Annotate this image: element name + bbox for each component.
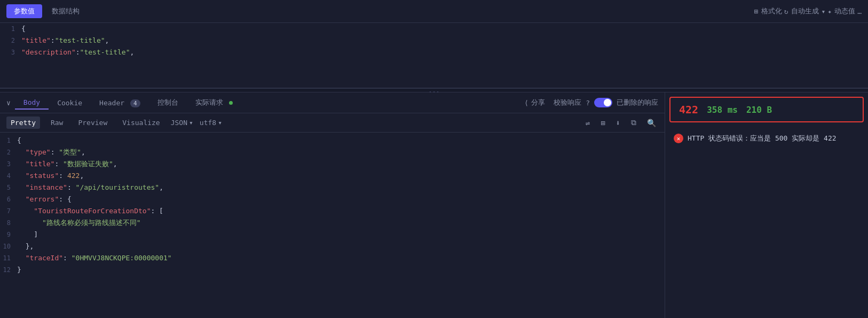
status-box: 422 358 ms 210 B bbox=[669, 97, 864, 122]
request-code-area: 1 { 2 "title":"test-title", 3 "descripti… bbox=[0, 23, 868, 88]
resp-line-7: 7 "TouristRouteForCreationDto": [ bbox=[0, 205, 665, 217]
tab-header[interactable]: Header 4 bbox=[91, 97, 148, 109]
resp-toolbar: Pretty Raw Preview Visualize JSON ▾ utf8… bbox=[0, 113, 665, 133]
resp-line-5: 5 "instance": "/api/touristroutes", bbox=[0, 182, 665, 193]
validate-section: 校验响应 ? 已删除的响应 bbox=[554, 98, 658, 107]
save-icon: ⬇ bbox=[616, 119, 620, 127]
search-btn[interactable]: 🔍 bbox=[645, 118, 658, 128]
req-line-2: 2 "title":"test-title", bbox=[4, 35, 868, 46]
response-body-panel: ∨ Body Cookie Header 4 控制台 实际请求 ⟨ 分享 校验响… bbox=[0, 92, 665, 318]
response-size: 210 B bbox=[746, 105, 772, 115]
more-options-btn[interactable]: … bbox=[857, 7, 862, 15]
expand-icon: ⊞ bbox=[601, 119, 605, 127]
wrap-icon: ⇌ bbox=[586, 119, 590, 127]
copy-icon: ⧉ bbox=[631, 118, 636, 127]
tab-console[interactable]: 控制台 bbox=[149, 96, 187, 110]
view-preview[interactable]: Preview bbox=[74, 117, 112, 129]
panel-divider[interactable]: ... bbox=[0, 88, 868, 92]
resp-line-2: 2 "type": "类型", bbox=[0, 146, 665, 158]
share-btn[interactable]: ⟨ 分享 bbox=[524, 98, 545, 107]
error-icon: ✕ bbox=[674, 134, 683, 143]
validation-message: ✕ HTTP 状态码错误：应当是 500 实际却是 422 bbox=[665, 127, 868, 150]
expand-btn[interactable]: ⊞ bbox=[598, 118, 607, 128]
dropdown-arrow-icon[interactable]: ∨ bbox=[6, 99, 11, 107]
validation-text: HTTP 状态码错误：应当是 500 实际却是 422 bbox=[688, 133, 837, 144]
tab-body[interactable]: Body bbox=[15, 96, 49, 110]
resp-line-10: 10 }, bbox=[0, 241, 665, 252]
response-panel: ∨ Body Cookie Header 4 控制台 实际请求 ⟨ 分享 校验响… bbox=[0, 92, 868, 318]
auto-gen-btn[interactable]: ↻ 自动生成 ▾ bbox=[784, 6, 826, 16]
http-status-code: 422 bbox=[679, 103, 698, 116]
resp-line-4: 4 "status": 422, bbox=[0, 170, 665, 182]
validate-label: 校验响应 bbox=[554, 98, 581, 107]
search-icon: 🔍 bbox=[647, 119, 656, 127]
ellipsis-icon: … bbox=[857, 7, 862, 15]
encoding-select[interactable]: utf8 ▾ bbox=[200, 119, 222, 127]
dynamic-icon: ✦ bbox=[827, 7, 832, 15]
resp-line-1: 1 { bbox=[0, 135, 665, 146]
response-tabs-bar: ∨ Body Cookie Header 4 控制台 实际请求 ⟨ 分享 校验响… bbox=[0, 92, 665, 113]
request-panel: 参数值 数据结构 ⊞ 格式化 ↻ 自动生成 ▾ ✦ 动态值 … 1 { 2 "t… bbox=[0, 0, 868, 88]
dynamic-val-btn[interactable]: ✦ 动态值 bbox=[827, 6, 855, 16]
save-btn[interactable]: ⬇ bbox=[614, 118, 622, 128]
active-dot-icon bbox=[229, 101, 233, 105]
resp-line-6: 6 "errors": { bbox=[0, 193, 665, 205]
tab-params[interactable]: 参数值 bbox=[6, 4, 42, 18]
help-icon: ? bbox=[586, 99, 590, 107]
validate-toggle[interactable] bbox=[594, 98, 612, 107]
tab-actual-request[interactable]: 实际请求 bbox=[187, 96, 242, 110]
deleted-responses-label: 已删除的响应 bbox=[617, 98, 658, 107]
request-tabs: 参数值 数据结构 ⊞ 格式化 ↻ 自动生成 ▾ ✦ 动态值 … bbox=[0, 0, 868, 23]
resp-line-3: 3 "title": "数据验证失败", bbox=[0, 158, 665, 170]
view-visualize[interactable]: Visualize bbox=[118, 117, 164, 129]
wrap-lines-btn[interactable]: ⇌ bbox=[583, 118, 592, 128]
tab-cookie[interactable]: Cookie bbox=[49, 97, 91, 109]
req-line-3: 3 "description":"test-title", bbox=[4, 46, 868, 58]
auto-gen-icon: ↻ bbox=[784, 7, 788, 15]
view-raw[interactable]: Raw bbox=[46, 117, 67, 129]
response-code-area: 1 { 2 "type": "类型", 3 "title": "数据验证失败",… bbox=[0, 133, 665, 318]
chevron-down-icon: ▾ bbox=[822, 7, 826, 15]
response-right-panel: 422 358 ms 210 B ✕ HTTP 状态码错误：应当是 500 实际… bbox=[665, 92, 868, 318]
chevron-down-icon: ▾ bbox=[218, 119, 222, 127]
format-btn[interactable]: ⊞ 格式化 bbox=[754, 6, 782, 16]
req-line-1: 1 { bbox=[4, 23, 868, 35]
chevron-down-icon: ▾ bbox=[189, 119, 193, 127]
resp-line-12: 12 } bbox=[0, 264, 665, 276]
share-icon: ⟨ bbox=[524, 99, 528, 107]
view-pretty[interactable]: Pretty bbox=[6, 117, 40, 129]
resp-line-11: 11 "traceId": "0HMVVJ8NCKQPE:00000001" bbox=[0, 252, 665, 264]
tab-data-structure[interactable]: 数据结构 bbox=[44, 4, 87, 18]
copy-btn[interactable]: ⧉ bbox=[629, 117, 638, 128]
resp-line-9: 9 ] bbox=[0, 229, 665, 241]
resp-line-8: 8 "路线名称必须与路线描述不同" bbox=[0, 217, 665, 229]
response-time: 358 ms bbox=[707, 105, 738, 115]
format-icon: ⊞ bbox=[754, 7, 759, 15]
format-type-select[interactable]: JSON ▾ bbox=[171, 119, 193, 127]
